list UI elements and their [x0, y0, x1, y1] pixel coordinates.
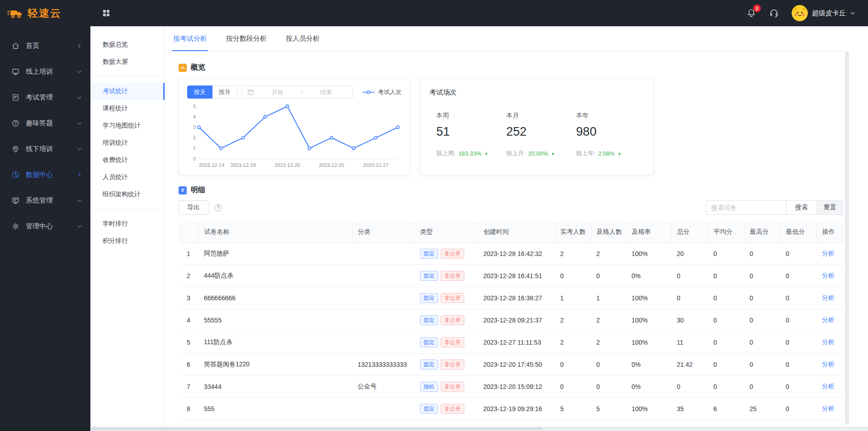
submenu-item-fee-stats[interactable]: 收费统计: [90, 152, 165, 169]
analyze-link[interactable]: 分析: [822, 250, 835, 257]
date-separator: -: [301, 89, 302, 95]
svg-text:2023-12-25: 2023-12-25: [319, 162, 344, 168]
analyze-link[interactable]: 分析: [822, 272, 835, 279]
sidebar-item-online-training[interactable]: 线上培训: [0, 59, 90, 85]
paper-type: 固定非公开: [415, 353, 478, 375]
type-tag: 固定: [420, 271, 438, 281]
sidebar-item-offline-training[interactable]: 线下培训: [0, 136, 90, 162]
up-arrow-icon: ▲: [551, 152, 555, 156]
paper-name: 33444: [198, 375, 352, 398]
total-score: 35: [671, 398, 708, 420]
exam-sessions-card: 考试场次 本周 51 较上周: 183.33% ▲ 本月 252: [420, 79, 654, 175]
submenu-item-exam-stats[interactable]: 考试统计: [90, 83, 165, 100]
avg-score: 6: [708, 398, 744, 420]
type-tag: 固定: [420, 337, 438, 347]
min-score: 0: [780, 375, 816, 398]
submenu-item-data-screen[interactable]: 数据大屏: [90, 53, 165, 71]
trend-chart-card: 按天 按月 开始 - 结束 考试人次: [179, 79, 410, 175]
analyze-link[interactable]: 分析: [822, 383, 835, 390]
svg-text:1: 1: [193, 145, 196, 151]
sidebar-item-label: 趣味答题: [26, 119, 71, 128]
reset-button[interactable]: 重置: [817, 200, 843, 215]
created-time: 2023-12-20 17:45:50: [478, 353, 555, 375]
sidebar-item-quiz[interactable]: 趣味答题: [0, 110, 90, 136]
sidebar-item-exam-management[interactable]: 考试管理: [0, 85, 90, 110]
analyze-link[interactable]: 分析: [822, 405, 835, 412]
type-tag: 非公开: [441, 382, 464, 392]
max-score: 0: [744, 353, 780, 375]
tab-by-exam[interactable]: 按考试分析: [172, 26, 208, 51]
sidebar-item-label: 线上培训: [26, 67, 71, 76]
row-actions: 分析: [816, 375, 844, 398]
search-button[interactable]: 搜索: [786, 200, 817, 215]
type-tag: 随机: [420, 382, 438, 392]
vertical-scrollbar[interactable]: [845, 51, 849, 425]
main-content: 按考试分析 按分数段分析 按人员分析 概览 按天 按月 开始 -: [165, 26, 868, 426]
sidebar-item-label: 数据中心: [26, 171, 71, 179]
submenu-item-org-stats[interactable]: 组织架构统计: [90, 186, 165, 203]
submenu-item-points-ranking[interactable]: 积分排行: [90, 232, 165, 250]
app-logo[interactable]: 轻速云: [0, 6, 90, 20]
divider: [90, 209, 165, 209]
line-chart: 0123452023-12-142023-12-182023-12-202023…: [187, 102, 402, 170]
pass-rate: 0%: [626, 353, 671, 375]
paper-type: 随机非公开: [415, 375, 478, 398]
primary-sidebar: 首页 线上培训 考试管理 趣味答题 线下培训 数据中心 系统管理 管理中心: [0, 26, 90, 431]
analyze-link[interactable]: 分析: [822, 294, 835, 301]
sidebar-item-data-center[interactable]: 数据中心: [0, 162, 90, 188]
sidebar-item-system-management[interactable]: 系统管理: [0, 188, 90, 213]
row-index: 4: [179, 309, 198, 331]
column-header: 及格率: [626, 222, 671, 242]
column-header: 实考人数: [555, 222, 591, 242]
apps-grid-icon[interactable]: [99, 6, 113, 20]
section-title: 明细: [191, 185, 205, 195]
paper-category: [352, 287, 415, 309]
column-header: 操作: [816, 222, 844, 242]
by-day-button[interactable]: 按天: [187, 85, 212, 99]
max-score: 0: [744, 375, 780, 398]
submenu-item-personnel-stats[interactable]: 人员统计: [90, 169, 165, 186]
detail-section-header: 明细: [179, 185, 843, 195]
date-range-input[interactable]: 开始 - 结束: [242, 85, 353, 99]
stat-month: 本月 252 较上月: 20.00% ▲: [506, 112, 576, 157]
horizontal-scrollbar[interactable]: [90, 426, 868, 431]
tab-by-person[interactable]: 按人员分析: [285, 26, 321, 51]
horizontal-scrollbar-thumb[interactable]: [91, 427, 542, 430]
search-group: 搜索 重置: [706, 200, 843, 215]
notifications-button[interactable]: 8: [746, 8, 756, 18]
search-input[interactable]: [706, 200, 786, 215]
created-time: 2023-12-27 11:11:53: [478, 331, 555, 353]
analyze-link[interactable]: 分析: [822, 338, 835, 346]
support-button[interactable]: [769, 8, 779, 18]
sidebar-item-home[interactable]: 首页: [0, 33, 90, 59]
divider: [90, 76, 165, 77]
compare-value: 20.00%: [528, 150, 548, 157]
sidebar-item-label: 考试管理: [26, 93, 71, 102]
type-tag: 非公开: [441, 337, 464, 347]
analyze-link[interactable]: 分析: [822, 360, 835, 368]
help-icon[interactable]: ?: [214, 204, 222, 212]
total-score: 0: [671, 375, 708, 398]
detail-toolbar: 导出 ? 搜索 重置: [179, 200, 843, 215]
by-month-button[interactable]: 按月: [212, 85, 237, 99]
tab-by-score-range[interactable]: 按分数段分析: [225, 26, 268, 51]
submenu-item-course-stats[interactable]: 课程统计: [90, 100, 165, 117]
export-button[interactable]: 导出: [179, 200, 208, 215]
paper-category: 13213333333333: [352, 353, 415, 375]
online-training-icon: [11, 67, 20, 76]
submenu-item-learning-map-stats[interactable]: 学习地图统计: [90, 117, 165, 134]
analyze-link[interactable]: 分析: [822, 316, 835, 323]
column-header: 创建时间: [478, 222, 555, 242]
submenu-item-data-overview[interactable]: 数据总览: [90, 36, 165, 53]
min-score: 0: [780, 265, 816, 287]
submenu-item-hours-ranking[interactable]: 学时排行: [90, 215, 165, 232]
user-menu[interactable]: 超级皮卡丘: [792, 5, 855, 21]
submenu-item-training-stats[interactable]: 培训统计: [90, 134, 165, 152]
sidebar-item-management-center[interactable]: 管理中心: [0, 213, 90, 239]
type-tag: 非公开: [441, 404, 464, 414]
chevron-right-icon: [76, 43, 82, 49]
taken-count: 0: [555, 375, 591, 398]
paper-name: 简答题阅卷1220: [198, 353, 352, 375]
sidebar-item-label: 线下培训: [26, 145, 71, 153]
paper-name: 55555: [198, 309, 352, 331]
